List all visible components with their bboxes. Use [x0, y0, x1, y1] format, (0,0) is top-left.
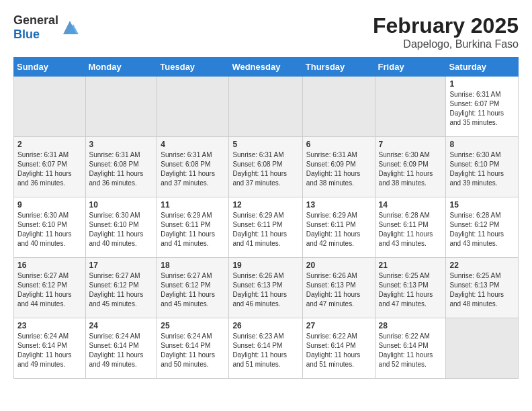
calendar-cell: 17Sunrise: 6:27 AMSunset: 6:12 PMDayligh…: [85, 258, 157, 318]
day-number: 25: [161, 321, 225, 330]
day-info: Sunrise: 6:31 AMSunset: 6:08 PMDaylight:…: [232, 150, 298, 188]
calendar-cell: 3Sunrise: 6:31 AMSunset: 6:08 PMDaylight…: [85, 137, 157, 197]
day-info: Sunrise: 6:28 AMSunset: 6:12 PMDaylight:…: [449, 211, 515, 248]
day-number: 19: [232, 261, 298, 270]
day-info: Sunrise: 6:31 AMSunset: 6:07 PMDaylight:…: [17, 150, 82, 188]
day-header-thursday: Thursday: [302, 58, 375, 77]
day-number: 6: [306, 140, 371, 149]
day-info: Sunrise: 6:22 AMSunset: 6:14 PMDaylight:…: [379, 332, 443, 369]
day-number: 10: [89, 200, 154, 210]
calendar-cell: 1Sunrise: 6:31 AMSunset: 6:07 PMDaylight…: [446, 77, 519, 137]
calendar-cell: [446, 318, 519, 379]
day-info: Sunrise: 6:31 AMSunset: 6:08 PMDaylight:…: [89, 150, 154, 188]
calendar-cell: 24Sunrise: 6:24 AMSunset: 6:14 PMDayligh…: [85, 318, 157, 379]
day-info: Sunrise: 6:30 AMSunset: 6:09 PMDaylight:…: [379, 150, 443, 188]
calendar-cell: 7Sunrise: 6:30 AMSunset: 6:09 PMDaylight…: [375, 137, 446, 197]
day-info: Sunrise: 6:29 AMSunset: 6:11 PMDaylight:…: [306, 211, 371, 248]
calendar-cell: 22Sunrise: 6:25 AMSunset: 6:13 PMDayligh…: [446, 258, 519, 318]
calendar-week-2: 2Sunrise: 6:31 AMSunset: 6:07 PMDaylight…: [14, 137, 519, 197]
day-number: 4: [161, 140, 225, 149]
day-number: 20: [306, 261, 371, 270]
calendar-cell: 4Sunrise: 6:31 AMSunset: 6:08 PMDaylight…: [157, 137, 229, 197]
day-number: 12: [232, 200, 298, 210]
calendar-cell: 10Sunrise: 6:30 AMSunset: 6:10 PMDayligh…: [85, 197, 157, 258]
day-header-monday: Monday: [85, 58, 157, 77]
day-number: 16: [17, 261, 82, 270]
day-info: Sunrise: 6:26 AMSunset: 6:13 PMDaylight:…: [232, 271, 298, 309]
day-info: Sunrise: 6:31 AMSunset: 6:09 PMDaylight:…: [306, 150, 371, 188]
calendar-cell: 20Sunrise: 6:26 AMSunset: 6:13 PMDayligh…: [302, 258, 375, 318]
day-number: 15: [449, 200, 515, 210]
calendar-cell: 21Sunrise: 6:25 AMSunset: 6:13 PMDayligh…: [375, 258, 446, 318]
day-info: Sunrise: 6:31 AMSunset: 6:08 PMDaylight:…: [161, 150, 225, 188]
day-info: Sunrise: 6:25 AMSunset: 6:13 PMDaylight:…: [379, 271, 443, 309]
day-info: Sunrise: 6:25 AMSunset: 6:13 PMDaylight:…: [449, 271, 515, 309]
day-header-wednesday: Wednesday: [229, 58, 302, 77]
calendar-cell: 11Sunrise: 6:29 AMSunset: 6:11 PMDayligh…: [157, 197, 229, 258]
calendar-week-1: 1Sunrise: 6:31 AMSunset: 6:07 PMDaylight…: [14, 77, 519, 137]
day-number: 3: [89, 140, 154, 149]
day-number: 21: [379, 261, 443, 270]
day-info: Sunrise: 6:23 AMSunset: 6:14 PMDaylight:…: [232, 332, 298, 369]
day-info: Sunrise: 6:28 AMSunset: 6:11 PMDaylight:…: [379, 211, 443, 248]
day-info: Sunrise: 6:27 AMSunset: 6:12 PMDaylight:…: [17, 271, 82, 309]
calendar-cell: 18Sunrise: 6:27 AMSunset: 6:12 PMDayligh…: [157, 258, 229, 318]
calendar-week-5: 23Sunrise: 6:24 AMSunset: 6:14 PMDayligh…: [14, 318, 519, 379]
logo-blue: Blue: [13, 28, 40, 41]
page-header: General Blue February 2025 Dapelogo, Bur…: [13, 13, 519, 50]
day-header-saturday: Saturday: [446, 58, 519, 77]
calendar-cell: 19Sunrise: 6:26 AMSunset: 6:13 PMDayligh…: [229, 258, 302, 318]
calendar-cell: 25Sunrise: 6:24 AMSunset: 6:14 PMDayligh…: [157, 318, 229, 379]
day-info: Sunrise: 6:30 AMSunset: 6:10 PMDaylight:…: [449, 150, 515, 188]
day-number: 8: [449, 140, 515, 149]
day-number: 7: [379, 140, 443, 149]
day-number: 28: [379, 321, 443, 330]
day-number: 27: [306, 321, 371, 330]
day-info: Sunrise: 6:26 AMSunset: 6:13 PMDaylight:…: [306, 271, 371, 309]
logo-icon: [60, 17, 80, 38]
calendar-cell: 15Sunrise: 6:28 AMSunset: 6:12 PMDayligh…: [446, 197, 519, 258]
calendar-cell: 27Sunrise: 6:22 AMSunset: 6:14 PMDayligh…: [302, 318, 375, 379]
calendar-cell: 9Sunrise: 6:30 AMSunset: 6:10 PMDaylight…: [14, 197, 86, 258]
day-number: 5: [232, 140, 298, 149]
day-number: 14: [379, 200, 443, 210]
day-info: Sunrise: 6:31 AMSunset: 6:07 PMDaylight:…: [449, 90, 515, 128]
calendar-cell: 28Sunrise: 6:22 AMSunset: 6:14 PMDayligh…: [375, 318, 446, 379]
calendar-cell: 2Sunrise: 6:31 AMSunset: 6:07 PMDaylight…: [14, 137, 86, 197]
calendar-title: February 2025: [373, 13, 519, 38]
calendar-week-3: 9Sunrise: 6:30 AMSunset: 6:10 PMDaylight…: [14, 197, 519, 258]
calendar-cell: [157, 77, 229, 137]
calendar-cell: 8Sunrise: 6:30 AMSunset: 6:10 PMDaylight…: [446, 137, 519, 197]
calendar-cell: 13Sunrise: 6:29 AMSunset: 6:11 PMDayligh…: [302, 197, 375, 258]
day-header-sunday: Sunday: [14, 58, 86, 77]
day-info: Sunrise: 6:24 AMSunset: 6:14 PMDaylight:…: [17, 332, 82, 369]
day-number: 2: [17, 140, 82, 149]
day-info: Sunrise: 6:24 AMSunset: 6:14 PMDaylight:…: [89, 332, 154, 369]
day-number: 17: [89, 261, 154, 270]
location-subtitle: Dapelogo, Burkina Faso: [373, 38, 519, 50]
day-number: 23: [17, 321, 82, 330]
day-number: 26: [232, 321, 298, 330]
day-info: Sunrise: 6:29 AMSunset: 6:11 PMDaylight:…: [232, 211, 298, 248]
title-block: February 2025 Dapelogo, Burkina Faso: [373, 13, 519, 50]
calendar-cell: 16Sunrise: 6:27 AMSunset: 6:12 PMDayligh…: [14, 258, 86, 318]
day-number: 13: [306, 200, 371, 210]
day-info: Sunrise: 6:29 AMSunset: 6:11 PMDaylight:…: [161, 211, 225, 248]
day-info: Sunrise: 6:30 AMSunset: 6:10 PMDaylight:…: [17, 211, 82, 248]
day-info: Sunrise: 6:27 AMSunset: 6:12 PMDaylight:…: [161, 271, 225, 309]
calendar-cell: 12Sunrise: 6:29 AMSunset: 6:11 PMDayligh…: [229, 197, 302, 258]
calendar-week-4: 16Sunrise: 6:27 AMSunset: 6:12 PMDayligh…: [14, 258, 519, 318]
calendar-cell: [85, 77, 157, 137]
calendar-cell: [229, 77, 302, 137]
calendar-header-row: SundayMondayTuesdayWednesdayThursdayFrid…: [14, 58, 519, 77]
calendar-cell: 5Sunrise: 6:31 AMSunset: 6:08 PMDaylight…: [229, 137, 302, 197]
day-number: 1: [449, 79, 515, 89]
calendar-cell: 6Sunrise: 6:31 AMSunset: 6:09 PMDaylight…: [302, 137, 375, 197]
calendar-table: SundayMondayTuesdayWednesdayThursdayFrid…: [13, 57, 519, 379]
day-header-friday: Friday: [375, 58, 446, 77]
logo: General Blue: [13, 13, 80, 42]
day-number: 24: [89, 321, 154, 330]
calendar-cell: 23Sunrise: 6:24 AMSunset: 6:14 PMDayligh…: [14, 318, 86, 379]
day-number: 11: [161, 200, 225, 210]
calendar-cell: 14Sunrise: 6:28 AMSunset: 6:11 PMDayligh…: [375, 197, 446, 258]
